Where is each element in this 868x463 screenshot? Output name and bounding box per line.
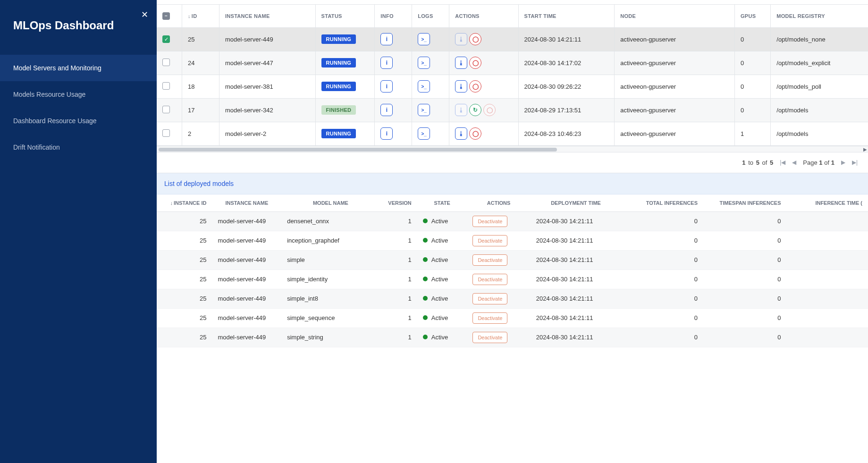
- col-status[interactable]: STATUS: [315, 5, 375, 27]
- scroll-right-icon[interactable]: ▶: [863, 146, 867, 153]
- mcell-model: simple_int8: [281, 289, 380, 308]
- terminal-icon[interactable]: >_: [418, 127, 430, 140]
- mcell-id: 25: [157, 328, 212, 347]
- stop-icon[interactable]: ◯: [469, 80, 481, 93]
- terminal-icon[interactable]: >_: [418, 33, 430, 45]
- page-last-icon[interactable]: ▶|: [852, 159, 858, 166]
- mcol-instance[interactable]: INSTANCE NAME: [212, 194, 281, 212]
- deactivate-button[interactable]: Deactivate: [472, 293, 507, 304]
- sidebar-item[interactable]: Models Resource Usage: [0, 81, 157, 108]
- range-of-label: of: [762, 159, 767, 166]
- cell-id: 24: [182, 51, 219, 75]
- checkbox-checked-icon[interactable]: ✓: [162, 35, 170, 43]
- server-row[interactable]: 24model-server-447RUNNINGi>_⭳◯2024-08-30…: [157, 51, 868, 75]
- page-prev-icon[interactable]: ◀: [792, 159, 796, 166]
- cell-gpus: 0: [734, 27, 770, 51]
- cell-id: 18: [182, 75, 219, 98]
- info-icon[interactable]: i: [380, 104, 393, 116]
- mcell-deploy: 2024-08-30 14:21:11: [531, 308, 622, 328]
- mcol-state[interactable]: STATE: [417, 194, 467, 212]
- col-start[interactable]: START TIME: [518, 5, 615, 27]
- info-icon[interactable]: i: [380, 57, 393, 69]
- stop-icon[interactable]: ◯: [469, 127, 481, 140]
- cell-node: activeeon-gpuserver: [615, 27, 735, 51]
- server-row[interactable]: 2model-server-2RUNNINGi>_⭳◯2024-08-23 10…: [157, 122, 868, 145]
- scrollbar-thumb[interactable]: [159, 148, 557, 152]
- mcell-version: 1: [380, 289, 417, 308]
- mcol-total[interactable]: TOTAL INFERENCES: [621, 194, 703, 212]
- checkbox-icon[interactable]: [162, 82, 170, 90]
- mcol-timespan[interactable]: TIMESPAN INFERENCES: [703, 194, 786, 212]
- mcell-inftime: [787, 308, 868, 328]
- status-badge: RUNNING: [321, 58, 356, 67]
- col-actions[interactable]: ACTIONS: [449, 5, 518, 27]
- info-icon[interactable]: i: [380, 33, 393, 45]
- model-row[interactable]: 25model-server-449simple_identity1Active…: [157, 269, 868, 289]
- mcell-id: 25: [157, 250, 212, 269]
- info-icon[interactable]: i: [380, 80, 393, 93]
- model-row[interactable]: 25model-server-449inception_graphdef1Act…: [157, 231, 868, 250]
- deactivate-button[interactable]: Deactivate: [472, 235, 507, 246]
- deactivate-button[interactable]: Deactivate: [472, 254, 507, 266]
- sidebar-item[interactable]: Drift Notification: [0, 134, 157, 160]
- terminal-icon[interactable]: >_: [418, 57, 430, 69]
- mcell-state: Active: [417, 308, 467, 328]
- upload-icon[interactable]: ⭳: [455, 127, 467, 140]
- mcell-state: Active: [417, 289, 467, 308]
- stop-icon[interactable]: ◯: [469, 57, 481, 69]
- model-row[interactable]: 25model-server-449simple_int81ActiveDeac…: [157, 289, 868, 308]
- status-dot-icon: [423, 238, 428, 243]
- model-row[interactable]: 25model-server-449simple_string1ActiveDe…: [157, 328, 868, 347]
- mcell-timespan: 0: [703, 211, 786, 231]
- mcell-timespan: 0: [703, 328, 786, 347]
- col-node[interactable]: NODE: [615, 5, 735, 27]
- model-row[interactable]: 25model-server-449simple_sequence1Active…: [157, 308, 868, 328]
- mcol-deploy[interactable]: DEPLOYMENT TIME: [531, 194, 622, 212]
- server-row[interactable]: 17model-server-342FINISHEDi>_⭳↻◯2024-08-…: [157, 98, 868, 122]
- col-info[interactable]: INFO: [375, 5, 412, 27]
- sidebar-item[interactable]: Dashboard Resource Usage: [0, 108, 157, 134]
- col-gpus[interactable]: GPUS: [734, 5, 770, 27]
- mcell-state: Active: [417, 250, 467, 269]
- mcell-instance: model-server-449: [212, 231, 281, 250]
- checkbox-icon[interactable]: [162, 129, 170, 137]
- checkbox-icon[interactable]: [162, 59, 170, 66]
- page-next-icon[interactable]: ▶: [841, 159, 845, 166]
- sidebar-item[interactable]: Model Servers and Monitoring: [0, 55, 157, 81]
- deactivate-button[interactable]: Deactivate: [472, 332, 507, 343]
- col-instance[interactable]: INSTANCE NAME: [219, 5, 315, 27]
- mcol-inftime[interactable]: INFERENCE TIME (: [787, 194, 868, 212]
- cell-registry: /opt/models: [771, 122, 868, 145]
- upload-icon[interactable]: ⭳: [455, 80, 467, 93]
- server-row[interactable]: 18model-server-381RUNNINGi>_⭳◯2024-08-30…: [157, 75, 868, 98]
- select-all-header[interactable]: –: [157, 5, 182, 27]
- upload-icon[interactable]: ⭳: [455, 57, 467, 69]
- close-icon[interactable]: ✕: [141, 9, 148, 20]
- terminal-icon[interactable]: >_: [418, 104, 430, 116]
- mcol-version[interactable]: VERSION: [380, 194, 417, 212]
- reload-icon[interactable]: ↻: [469, 104, 481, 116]
- deactivate-button[interactable]: Deactivate: [472, 216, 507, 227]
- model-row[interactable]: 25model-server-449densenet_onnx1ActiveDe…: [157, 211, 868, 231]
- terminal-icon[interactable]: >_: [418, 80, 430, 93]
- cell-instance: model-server-2: [219, 122, 315, 145]
- horizontal-scrollbar[interactable]: ▶: [157, 146, 868, 152]
- mcol-model[interactable]: MODEL NAME: [281, 194, 380, 212]
- col-registry[interactable]: MODEL REGISTRY: [771, 5, 868, 27]
- col-id[interactable]: ↓ID: [182, 5, 219, 27]
- deactivate-button[interactable]: Deactivate: [472, 312, 507, 324]
- mcell-inftime: [787, 328, 868, 347]
- mcol-id[interactable]: ↓INSTANCE ID: [157, 194, 212, 212]
- page-first-icon[interactable]: |◀: [780, 159, 785, 166]
- stop-icon: ◯: [483, 104, 496, 116]
- mcol-actions[interactable]: ACTIONS: [467, 194, 530, 212]
- server-row[interactable]: ✓25model-server-449RUNNINGi>_⭳◯2024-08-3…: [157, 27, 868, 51]
- col-logs[interactable]: LOGS: [412, 5, 449, 27]
- checkbox-icon[interactable]: [162, 106, 170, 113]
- checkbox-indeterminate-icon[interactable]: –: [162, 12, 170, 20]
- deactivate-button[interactable]: Deactivate: [472, 274, 507, 285]
- stop-icon[interactable]: ◯: [469, 33, 481, 45]
- range-from: 1: [742, 159, 745, 166]
- info-icon[interactable]: i: [380, 127, 393, 140]
- model-row[interactable]: 25model-server-449simple1ActiveDeactivat…: [157, 250, 868, 269]
